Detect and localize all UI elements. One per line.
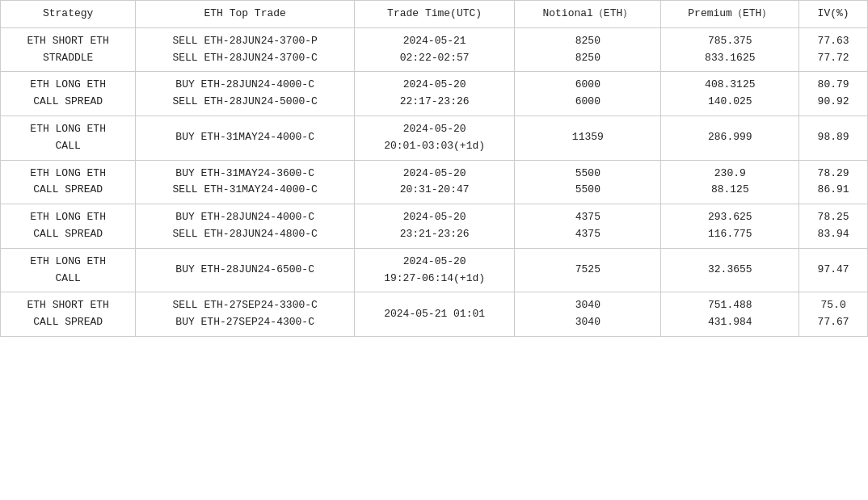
cell-row1-col3: 6000 6000 xyxy=(515,72,661,116)
cell-row6-col5: 75.0 77.67 xyxy=(799,292,868,337)
cell-row3-col3: 5500 5500 xyxy=(515,160,661,204)
col-header-iv: IV(%) xyxy=(799,1,868,28)
cell-row2-col4: 286.999 xyxy=(661,116,799,160)
table-row: ETH LONG ETH CALL SPREADBUY ETH-28JUN24-… xyxy=(1,204,868,249)
cell-row2-col3: 11359 xyxy=(515,116,661,160)
cell-row6-col2: 2024-05-21 01:01 xyxy=(354,292,514,337)
cell-row1-col2: 2024-05-20 22:17-23:26 xyxy=(354,72,514,116)
cell-row2-col2: 2024-05-20 20:01-03:03(+1d) xyxy=(354,116,514,160)
cell-row6-col4: 751.488 431.984 xyxy=(661,292,799,337)
cell-row2-col0: ETH LONG ETH CALL xyxy=(1,116,136,160)
cell-row0-col3: 8250 8250 xyxy=(515,27,661,72)
table-row: ETH LONG ETH CALL SPREADBUY ETH-31MAY24-… xyxy=(1,160,868,204)
table-row: ETH SHORT ETH CALL SPREADSELL ETH-27SEP2… xyxy=(1,292,868,337)
cell-row5-col1: BUY ETH-28JUN24-6500-C xyxy=(136,248,355,292)
table-row: ETH LONG ETH CALL SPREADBUY ETH-28JUN24-… xyxy=(1,72,868,116)
cell-row0-col5: 77.63 77.72 xyxy=(799,27,868,72)
cell-row5-col2: 2024-05-20 19:27-06:14(+1d) xyxy=(354,248,514,292)
table-body: ETH SHORT ETH STRADDLESELL ETH-28JUN24-3… xyxy=(1,27,868,336)
table-row: ETH LONG ETH CALLBUY ETH-28JUN24-6500-C2… xyxy=(1,248,868,292)
cell-row0-col1: SELL ETH-28JUN24-3700-P SELL ETH-28JUN24… xyxy=(136,27,355,72)
cell-row2-col1: BUY ETH-31MAY24-4000-C xyxy=(136,116,355,160)
table-row: ETH LONG ETH CALLBUY ETH-31MAY24-4000-C2… xyxy=(1,116,868,160)
cell-row4-col3: 4375 4375 xyxy=(515,204,661,249)
cell-row3-col0: ETH LONG ETH CALL SPREAD xyxy=(1,160,136,204)
table-row: ETH SHORT ETH STRADDLESELL ETH-28JUN24-3… xyxy=(1,27,868,72)
cell-row6-col1: SELL ETH-27SEP24-3300-C BUY ETH-27SEP24-… xyxy=(136,292,355,337)
cell-row1-col1: BUY ETH-28JUN24-4000-C SELL ETH-28JUN24-… xyxy=(136,72,355,116)
cell-row0-col2: 2024-05-21 02:22-02:57 xyxy=(354,27,514,72)
cell-row4-col4: 293.625 116.775 xyxy=(661,204,799,249)
cell-row5-col3: 7525 xyxy=(515,248,661,292)
col-header-time: Trade Time(UTC) xyxy=(354,1,514,28)
trades-table: Strategy ETH Top Trade Trade Time(UTC) N… xyxy=(0,0,868,337)
col-header-notional: Notional（ETH） xyxy=(515,1,661,28)
cell-row4-col2: 2024-05-20 23:21-23:26 xyxy=(354,204,514,249)
cell-row6-col0: ETH SHORT ETH CALL SPREAD xyxy=(1,292,136,337)
cell-row3-col1: BUY ETH-31MAY24-3600-C SELL ETH-31MAY24-… xyxy=(136,160,355,204)
col-header-premium: Premium（ETH） xyxy=(661,1,799,28)
cell-row4-col1: BUY ETH-28JUN24-4000-C SELL ETH-28JUN24-… xyxy=(136,204,355,249)
col-header-trade: ETH Top Trade xyxy=(136,1,355,28)
cell-row0-col4: 785.375 833.1625 xyxy=(661,27,799,72)
cell-row0-col0: ETH SHORT ETH STRADDLE xyxy=(1,27,136,72)
cell-row5-col5: 97.47 xyxy=(799,248,868,292)
cell-row4-col0: ETH LONG ETH CALL SPREAD xyxy=(1,204,136,249)
cell-row1-col4: 408.3125 140.025 xyxy=(661,72,799,116)
cell-row3-col2: 2024-05-20 20:31-20:47 xyxy=(354,160,514,204)
cell-row4-col5: 78.25 83.94 xyxy=(799,204,868,249)
cell-row5-col0: ETH LONG ETH CALL xyxy=(1,248,136,292)
main-container: Strategy ETH Top Trade Trade Time(UTC) N… xyxy=(0,0,868,337)
cell-row1-col0: ETH LONG ETH CALL SPREAD xyxy=(1,72,136,116)
cell-row3-col5: 78.29 86.91 xyxy=(799,160,868,204)
col-header-strategy: Strategy xyxy=(1,1,136,28)
cell-row6-col3: 3040 3040 xyxy=(515,292,661,337)
cell-row1-col5: 80.79 90.92 xyxy=(799,72,868,116)
cell-row3-col4: 230.9 88.125 xyxy=(661,160,799,204)
table-header-row: Strategy ETH Top Trade Trade Time(UTC) N… xyxy=(1,1,868,28)
cell-row2-col5: 98.89 xyxy=(799,116,868,160)
cell-row5-col4: 32.3655 xyxy=(661,248,799,292)
